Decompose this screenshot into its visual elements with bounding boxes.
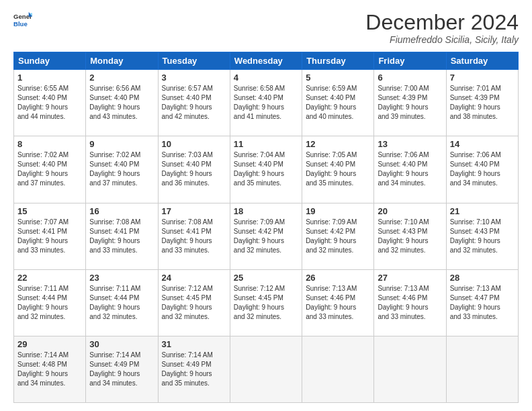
day-number: 12 [306, 139, 370, 149]
day-info: Sunrise: 7:14 AM Sunset: 4:48 PM Dayligh… [17, 351, 82, 388]
table-row: 2Sunrise: 6:56 AM Sunset: 4:40 PM Daylig… [86, 70, 158, 136]
day-info: Sunrise: 7:09 AM Sunset: 4:42 PM Dayligh… [234, 218, 298, 255]
table-row: 3Sunrise: 6:57 AM Sunset: 4:40 PM Daylig… [158, 70, 230, 136]
table-row: 8Sunrise: 7:02 AM Sunset: 4:40 PM Daylig… [14, 136, 86, 203]
logo: General Blue [13, 11, 32, 30]
table-row: 20Sunrise: 7:10 AM Sunset: 4:43 PM Dayli… [374, 203, 446, 269]
day-number: 23 [89, 273, 154, 283]
day-info: Sunrise: 6:56 AM Sunset: 4:40 PM Dayligh… [89, 84, 154, 122]
day-info: Sunrise: 7:13 AM Sunset: 4:46 PM Dayligh… [306, 284, 370, 322]
day-number: 4 [234, 73, 298, 83]
day-number: 5 [306, 73, 370, 83]
logo-icon: General Blue [13, 11, 32, 30]
table-row: 1Sunrise: 6:55 AM Sunset: 4:40 PM Daylig… [14, 70, 86, 136]
day-number: 11 [234, 139, 298, 149]
day-info: Sunrise: 7:10 AM Sunset: 4:43 PM Dayligh… [450, 218, 515, 255]
table-row: 31Sunrise: 7:14 AM Sunset: 4:49 PM Dayli… [158, 336, 230, 402]
page-header: General Blue December 2024 Fiumefreddo S… [13, 11, 519, 45]
day-info: Sunrise: 7:09 AM Sunset: 4:42 PM Dayligh… [306, 218, 370, 255]
table-row: 18Sunrise: 7:09 AM Sunset: 4:42 PM Dayli… [230, 203, 302, 269]
header-sunday: Sunday [14, 52, 86, 70]
weekday-header-row: Sunday Monday Tuesday Wednesday Thursday… [14, 52, 519, 70]
day-info: Sunrise: 7:03 AM Sunset: 4:40 PM Dayligh… [162, 150, 226, 188]
table-row: 27Sunrise: 7:13 AM Sunset: 4:46 PM Dayli… [374, 269, 446, 336]
day-info: Sunrise: 7:06 AM Sunset: 4:40 PM Dayligh… [450, 150, 515, 188]
day-info: Sunrise: 7:12 AM Sunset: 4:45 PM Dayligh… [162, 284, 226, 322]
day-number: 13 [378, 139, 442, 149]
table-row: 14Sunrise: 7:06 AM Sunset: 4:40 PM Dayli… [446, 136, 518, 203]
day-number: 18 [234, 206, 298, 216]
day-info: Sunrise: 7:11 AM Sunset: 4:44 PM Dayligh… [89, 284, 154, 322]
header-thursday: Thursday [302, 52, 374, 70]
calendar-week-row: 1Sunrise: 6:55 AM Sunset: 4:40 PM Daylig… [14, 70, 519, 136]
table-row: 10Sunrise: 7:03 AM Sunset: 4:40 PM Dayli… [158, 136, 230, 203]
day-number: 20 [378, 206, 442, 216]
header-wednesday: Wednesday [230, 52, 302, 70]
day-info: Sunrise: 6:58 AM Sunset: 4:40 PM Dayligh… [234, 84, 298, 122]
day-number: 27 [378, 273, 442, 283]
day-number: 10 [162, 139, 226, 149]
day-info: Sunrise: 7:14 AM Sunset: 4:49 PM Dayligh… [162, 351, 226, 388]
calendar-week-row: 29Sunrise: 7:14 AM Sunset: 4:48 PM Dayli… [14, 336, 519, 402]
table-row: 23Sunrise: 7:11 AM Sunset: 4:44 PM Dayli… [86, 269, 158, 336]
table-row: 25Sunrise: 7:12 AM Sunset: 4:45 PM Dayli… [230, 269, 302, 336]
day-number: 26 [306, 273, 370, 283]
day-info: Sunrise: 7:10 AM Sunset: 4:43 PM Dayligh… [378, 218, 442, 255]
day-number: 22 [17, 273, 82, 283]
day-number: 29 [17, 339, 82, 349]
day-number: 17 [162, 206, 226, 216]
table-row [230, 336, 302, 402]
day-number: 8 [17, 139, 82, 149]
table-row: 13Sunrise: 7:06 AM Sunset: 4:40 PM Dayli… [374, 136, 446, 203]
table-row: 29Sunrise: 7:14 AM Sunset: 4:48 PM Dayli… [14, 336, 86, 402]
day-number: 31 [162, 339, 226, 349]
table-row [374, 336, 446, 402]
header-friday: Friday [374, 52, 446, 70]
title-block: December 2024 Fiumefreddo Sicilia, Sicil… [365, 11, 519, 45]
day-number: 30 [89, 339, 154, 349]
day-info: Sunrise: 7:00 AM Sunset: 4:39 PM Dayligh… [378, 84, 442, 122]
header-tuesday: Tuesday [158, 52, 230, 70]
day-number: 15 [17, 206, 82, 216]
header-saturday: Saturday [446, 52, 518, 70]
table-row [302, 336, 374, 402]
table-row: 19Sunrise: 7:09 AM Sunset: 4:42 PM Dayli… [302, 203, 374, 269]
table-row: 26Sunrise: 7:13 AM Sunset: 4:46 PM Dayli… [302, 269, 374, 336]
calendar-week-row: 22Sunrise: 7:11 AM Sunset: 4:44 PM Dayli… [14, 269, 519, 336]
day-info: Sunrise: 7:13 AM Sunset: 4:46 PM Dayligh… [378, 284, 442, 322]
day-info: Sunrise: 7:02 AM Sunset: 4:40 PM Dayligh… [89, 150, 154, 188]
page-container: General Blue December 2024 Fiumefreddo S… [0, 0, 532, 411]
table-row [446, 336, 518, 402]
day-info: Sunrise: 6:59 AM Sunset: 4:40 PM Dayligh… [306, 84, 370, 122]
table-row: 11Sunrise: 7:04 AM Sunset: 4:40 PM Dayli… [230, 136, 302, 203]
day-info: Sunrise: 7:06 AM Sunset: 4:40 PM Dayligh… [378, 150, 442, 188]
table-row: 28Sunrise: 7:13 AM Sunset: 4:47 PM Dayli… [446, 269, 518, 336]
day-number: 25 [234, 273, 298, 283]
table-row: 15Sunrise: 7:07 AM Sunset: 4:41 PM Dayli… [14, 203, 86, 269]
month-title: December 2024 [365, 11, 519, 34]
day-number: 24 [162, 273, 226, 283]
day-number: 7 [450, 73, 515, 83]
day-info: Sunrise: 7:08 AM Sunset: 4:41 PM Dayligh… [162, 218, 226, 255]
svg-text:Blue: Blue [13, 20, 28, 28]
day-info: Sunrise: 7:12 AM Sunset: 4:45 PM Dayligh… [234, 284, 298, 322]
table-row: 4Sunrise: 6:58 AM Sunset: 4:40 PM Daylig… [230, 70, 302, 136]
table-row: 21Sunrise: 7:10 AM Sunset: 4:43 PM Dayli… [446, 203, 518, 269]
table-row: 7Sunrise: 7:01 AM Sunset: 4:39 PM Daylig… [446, 70, 518, 136]
day-info: Sunrise: 7:05 AM Sunset: 4:40 PM Dayligh… [306, 150, 370, 188]
table-row: 12Sunrise: 7:05 AM Sunset: 4:40 PM Dayli… [302, 136, 374, 203]
day-info: Sunrise: 7:04 AM Sunset: 4:40 PM Dayligh… [234, 150, 298, 188]
table-row: 17Sunrise: 7:08 AM Sunset: 4:41 PM Dayli… [158, 203, 230, 269]
calendar-week-row: 8Sunrise: 7:02 AM Sunset: 4:40 PM Daylig… [14, 136, 519, 203]
day-info: Sunrise: 7:13 AM Sunset: 4:47 PM Dayligh… [450, 284, 515, 322]
day-number: 3 [162, 73, 226, 83]
table-row: 16Sunrise: 7:08 AM Sunset: 4:41 PM Dayli… [86, 203, 158, 269]
table-row: 22Sunrise: 7:11 AM Sunset: 4:44 PM Dayli… [14, 269, 86, 336]
day-number: 14 [450, 139, 515, 149]
day-info: Sunrise: 6:57 AM Sunset: 4:40 PM Dayligh… [162, 84, 226, 122]
location: Fiumefreddo Sicilia, Sicily, Italy [365, 34, 519, 45]
day-info: Sunrise: 7:07 AM Sunset: 4:41 PM Dayligh… [17, 218, 82, 255]
header-monday: Monday [86, 52, 158, 70]
day-info: Sunrise: 7:02 AM Sunset: 4:40 PM Dayligh… [17, 150, 82, 188]
day-info: Sunrise: 7:11 AM Sunset: 4:44 PM Dayligh… [17, 284, 82, 322]
